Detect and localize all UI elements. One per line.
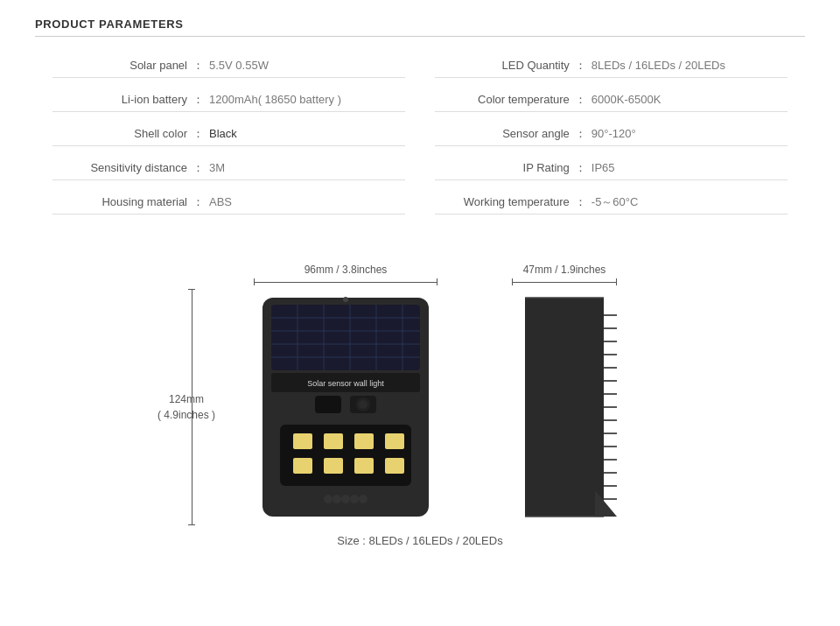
param-row-colortemp: Color temperature ： 6000K-6500K bbox=[435, 92, 788, 112]
svg-point-28 bbox=[332, 495, 341, 503]
param-row-worktemp: Working temperature ： -5～60°C bbox=[435, 194, 788, 215]
params-section: Solar panel ： 5.5V 0.55W Li-ion battery … bbox=[35, 58, 805, 229]
param-label-sensitivity: Sensitivity distance bbox=[52, 161, 192, 174]
svg-rect-19 bbox=[293, 433, 312, 449]
param-label-worktemp: Working temperature bbox=[435, 195, 575, 208]
param-colon-battery: ： bbox=[192, 92, 209, 108]
svg-marker-50 bbox=[595, 490, 617, 517]
param-value-led: 8LEDs / 16LEDs / 20LEDs bbox=[592, 59, 725, 72]
section-title: PRODUCT PARAMETERS bbox=[35, 18, 805, 37]
product-side-image bbox=[508, 289, 621, 525]
param-row-ip: IP Rating ： IP65 bbox=[435, 160, 788, 180]
param-value-solar: 5.5V 0.55W bbox=[209, 59, 269, 72]
height-label: 124mm bbox=[169, 393, 204, 405]
param-label-led: LED Quantity bbox=[435, 59, 575, 72]
svg-rect-22 bbox=[385, 433, 404, 449]
param-label-housing: Housing material bbox=[52, 195, 192, 208]
param-value-color: Black bbox=[209, 127, 237, 140]
svg-rect-21 bbox=[354, 433, 374, 449]
svg-rect-14 bbox=[315, 396, 341, 413]
param-row-led: LED Quantity ： 8LEDs / 16LEDs / 20LEDs bbox=[435, 58, 788, 78]
param-colon-worktemp: ： bbox=[575, 194, 592, 210]
param-row-sensor: Sensor angle ： 90°-120° bbox=[435, 126, 788, 146]
param-label-color: Shell color bbox=[52, 127, 192, 140]
param-row-solar: Solar panel ： 5.5V 0.55W bbox=[52, 58, 405, 78]
param-value-sensitivity: 3M bbox=[209, 161, 225, 174]
svg-rect-23 bbox=[293, 458, 312, 474]
param-label-sensor: Sensor angle bbox=[435, 127, 575, 140]
svg-rect-26 bbox=[385, 458, 404, 474]
svg-point-30 bbox=[350, 495, 359, 503]
svg-point-29 bbox=[341, 495, 350, 503]
svg-rect-1 bbox=[271, 305, 420, 370]
width-label: 96mm / 3.8inches bbox=[304, 264, 388, 276]
param-colon-sensitivity: ： bbox=[192, 160, 209, 176]
param-colon-sensor: ： bbox=[575, 126, 592, 142]
svg-rect-25 bbox=[354, 458, 374, 474]
param-value-battery: 1200mAh( 18650 battery ) bbox=[209, 93, 341, 106]
param-value-housing: ABS bbox=[209, 195, 232, 208]
param-row-battery: Li-ion battery ： 1200mAh( 18650 battery … bbox=[52, 92, 405, 112]
param-value-ip: IP65 bbox=[592, 161, 615, 174]
svg-point-31 bbox=[359, 495, 368, 503]
svg-rect-20 bbox=[324, 433, 343, 449]
params-left-col: Solar panel ： 5.5V 0.55W Li-ion battery … bbox=[52, 58, 405, 229]
size-caption: Size : 8LEDs / 16LEDs / 20LEDs bbox=[337, 534, 502, 547]
param-colon-colortemp: ： bbox=[575, 92, 592, 108]
param-row-color: Shell color ： Black bbox=[52, 126, 405, 146]
param-row-sensitivity: Sensitivity distance ： 3M bbox=[52, 160, 405, 180]
svg-point-27 bbox=[324, 495, 332, 503]
product-front-image: Solar sensor wall light bbox=[254, 289, 438, 525]
svg-point-17 bbox=[359, 400, 368, 409]
svg-point-11 bbox=[343, 297, 348, 302]
height-label2: ( 4.9inches ) bbox=[158, 409, 215, 421]
param-row-housing: Housing material ： ABS bbox=[52, 194, 405, 215]
svg-text:Solar sensor wall light: Solar sensor wall light bbox=[307, 379, 384, 388]
param-value-worktemp: -5～60°C bbox=[592, 194, 639, 210]
param-value-sensor: 90°-120° bbox=[592, 127, 636, 140]
svg-marker-32 bbox=[525, 298, 604, 517]
param-colon-color: ： bbox=[192, 126, 209, 142]
param-colon-ip: ： bbox=[575, 160, 592, 176]
param-colon-solar: ： bbox=[192, 58, 209, 74]
param-label-solar: Solar panel bbox=[52, 59, 192, 72]
params-right-col: LED Quantity ： 8LEDs / 16LEDs / 20LEDs C… bbox=[435, 58, 788, 229]
param-label-ip: IP Rating bbox=[435, 161, 575, 174]
param-label-battery: Li-ion battery bbox=[52, 93, 192, 106]
param-colon-housing: ： bbox=[192, 194, 209, 210]
param-label-colortemp: Color temperature bbox=[435, 93, 575, 106]
param-colon-led: ： bbox=[575, 58, 592, 74]
side-width-label: 47mm / 1.9inches bbox=[523, 264, 606, 276]
param-value-colortemp: 6000K-6500K bbox=[592, 93, 662, 106]
svg-rect-24 bbox=[324, 458, 343, 474]
